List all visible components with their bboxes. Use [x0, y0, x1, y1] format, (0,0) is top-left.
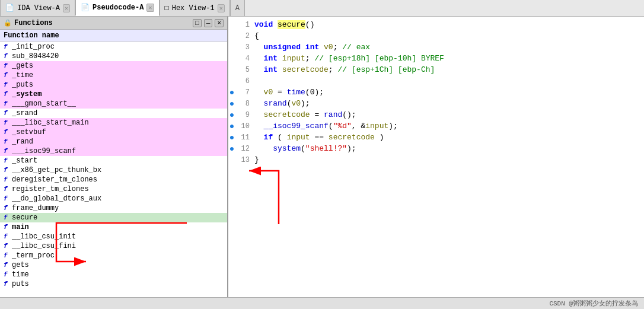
code-line: 13}: [228, 154, 644, 165]
function-item[interactable]: f_time: [0, 71, 227, 80]
func-name-label: time: [12, 270, 29, 279]
code-panel: 1void secure()2{3 unsigned int v0; // ea…: [228, 17, 644, 297]
breakpoint-dot[interactable]: ●: [228, 144, 235, 154]
tab-icon: 📄: [5, 4, 14, 12]
code-line: 2{: [228, 30, 644, 42]
restore-btn[interactable]: —: [204, 19, 213, 27]
function-item[interactable]: f__libc_csu_init: [0, 232, 227, 241]
func-f-icon: f: [4, 186, 9, 193]
func-name-label: _srand: [12, 109, 37, 117]
function-item[interactable]: f___gmon_start__: [0, 99, 227, 109]
code-text: __isoc99_scanf("%d", &input);: [254, 122, 644, 130]
func-f-icon: f: [4, 138, 9, 145]
func-name-label: _puts: [12, 81, 33, 89]
func-name-label: ___isoc99_scanf: [12, 147, 76, 155]
panel-title-bar: 🔒 Functions □ — ×: [0, 17, 227, 30]
func-f-icon: f: [4, 252, 9, 259]
tab-extra[interactable]: A: [230, 0, 245, 16]
line-number: 2: [238, 32, 254, 40]
function-item[interactable]: f__x86_get_pc_thunk_bx: [0, 165, 227, 175]
tab-icon-pseudo: 📄: [81, 3, 90, 12]
line-number: 5: [238, 66, 254, 74]
function-item[interactable]: fsub_8048420: [0, 52, 227, 61]
minimize-btn[interactable]: □: [193, 19, 202, 27]
func-name-label: ___libc_start_main: [12, 119, 89, 127]
function-item[interactable]: fframe_dummy: [0, 203, 227, 213]
func-name-label: _start: [12, 157, 37, 165]
panel-title: 🔒 Functions: [4, 19, 53, 27]
tab-hex-view[interactable]: □ Hex View-1 ✕: [160, 0, 230, 16]
function-item[interactable]: f_term_proc: [0, 251, 227, 260]
function-item[interactable]: f_start: [0, 156, 227, 165]
function-item[interactable]: fmain: [0, 222, 227, 232]
tab-close-hex[interactable]: ✕: [218, 4, 225, 12]
code-text: int secretcode; // [esp+1Ch] [ebp-Ch]: [254, 65, 644, 74]
func-name-label: ___gmon_start__: [12, 100, 76, 108]
tab-close-pseudo[interactable]: ✕: [146, 4, 154, 12]
tab-pseudocode[interactable]: 📄 Pseudocode-A ✕: [75, 0, 159, 16]
function-item[interactable]: f_puts: [0, 80, 227, 90]
func-f-icon: f: [4, 100, 9, 107]
code-text: secretcode = rand();: [254, 110, 644, 119]
func-f-icon: f: [4, 271, 9, 278]
breakpoint-dot[interactable]: ●: [228, 88, 235, 97]
function-item[interactable]: fsecure: [0, 213, 227, 222]
line-number: 9: [238, 111, 254, 119]
breakpoint-dot[interactable]: ●: [228, 133, 235, 142]
main-area: 🔒 Functions □ — × Function name f_init_p…: [0, 17, 644, 297]
function-item[interactable]: fregister_tm_clones: [0, 184, 227, 194]
tab-ida-view[interactable]: 📄 IDA View-A ✕: [0, 0, 75, 16]
func-name-label: _gets: [12, 62, 33, 70]
function-item[interactable]: f__libc_csu_fini: [0, 241, 227, 251]
func-name-label: register_tm_clones: [12, 185, 89, 193]
functions-panel: 🔒 Functions □ — × Function name f_init_p…: [0, 17, 228, 297]
func-name-label: sub_8048420: [12, 52, 59, 60]
breakpoint-dot[interactable]: ●: [228, 110, 235, 120]
func-f-icon: f: [4, 176, 9, 183]
code-text: if ( input == secretcode ): [254, 133, 644, 142]
func-f-icon: f: [4, 129, 9, 136]
close-btn[interactable]: ×: [215, 19, 224, 27]
function-item[interactable]: f_setvbuf: [0, 128, 227, 137]
line-number: 1: [238, 21, 254, 29]
func-f-icon: f: [4, 91, 9, 98]
code-content: 1void secure()2{3 unsigned int v0; // ea…: [228, 17, 644, 297]
line-number: 4: [238, 55, 254, 63]
function-item[interactable]: f_init_proc: [0, 42, 227, 52]
function-item[interactable]: f_system: [0, 90, 227, 99]
function-item[interactable]: f_gets: [0, 61, 227, 71]
code-text: {: [254, 31, 644, 40]
function-item[interactable]: f___libc_start_main: [0, 118, 227, 128]
func-f-icon: f: [4, 119, 9, 126]
func-name-label: _init_proc: [12, 43, 55, 51]
functions-list: f_init_procfsub_8048420f_getsf_timef_put…: [0, 42, 227, 297]
line-number: 8: [238, 100, 254, 108]
func-name-label: _time: [12, 71, 33, 79]
func-f-icon: f: [4, 167, 9, 174]
breakpoint-dot[interactable]: ●: [228, 99, 235, 109]
func-name-label: _system: [12, 90, 42, 98]
function-item[interactable]: fputs: [0, 279, 227, 289]
breakpoint-dot[interactable]: ●: [228, 122, 235, 131]
function-item[interactable]: f__do_global_dtors_aux: [0, 194, 227, 203]
code-line: ●10 __isoc99_scanf("%d", &input);: [228, 120, 644, 132]
code-line: ●12 system("shell!?");: [228, 143, 644, 154]
function-item[interactable]: f_rand: [0, 137, 227, 146]
line-number: 3: [238, 43, 254, 52]
func-f-icon: f: [4, 262, 9, 269]
func-f-icon: f: [4, 62, 9, 69]
func-name-label: __x86_get_pc_thunk_bx: [12, 166, 101, 174]
function-item[interactable]: f___isoc99_scanf: [0, 146, 227, 156]
code-line: 6: [228, 75, 644, 87]
function-item[interactable]: fderegister_tm_clones: [0, 175, 227, 184]
func-f-icon: f: [4, 243, 9, 250]
code-text: unsigned int v0; // eax: [254, 43, 644, 52]
code-text: v0 = time(0);: [254, 88, 644, 97]
function-item[interactable]: f_srand: [0, 109, 227, 118]
func-name-label: __do_global_dtors_aux: [12, 195, 101, 203]
function-item[interactable]: fgets: [0, 260, 227, 270]
func-name-label: _setvbuf: [12, 128, 46, 136]
tab-close-ida[interactable]: ✕: [63, 4, 70, 12]
function-item[interactable]: ftime: [0, 270, 227, 279]
func-name-label: __libc_csu_fini: [12, 242, 76, 250]
